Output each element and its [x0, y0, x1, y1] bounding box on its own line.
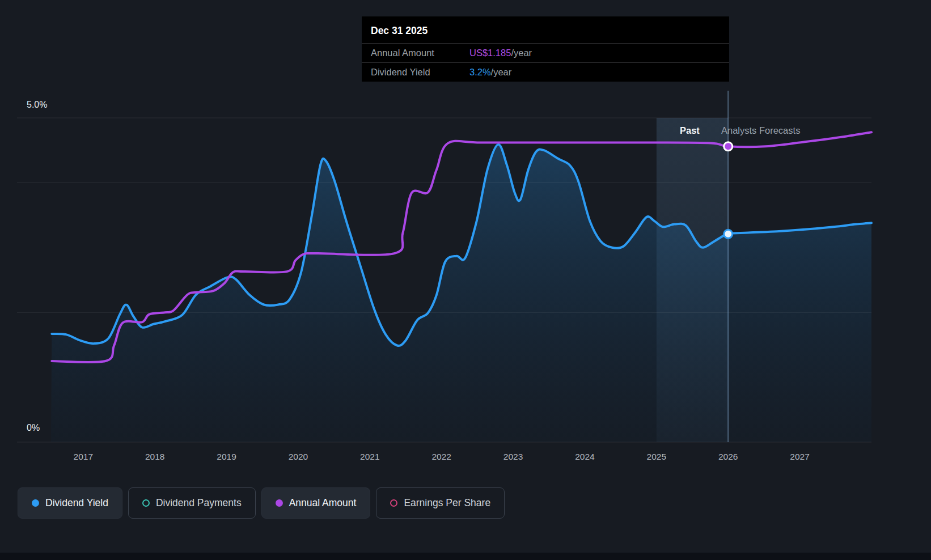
y-axis-label-top: 5.0%: [27, 100, 47, 110]
tooltip-row-annual-amount: Annual Amount US$1.185/year: [362, 44, 729, 63]
tooltip-label-dividend-yield: Dividend Yield: [371, 67, 469, 78]
legend-label: Annual Amount: [289, 497, 357, 509]
dividend-yield-marker: [724, 230, 733, 238]
legend-label: Dividend Payments: [156, 497, 242, 509]
chart-tooltip: Dec 31 2025 Annual Amount US$1.185/year …: [362, 16, 729, 82]
legend: Dividend YieldDividend PaymentsAnnual Am…: [18, 487, 505, 519]
legend-label: Earnings Per Share: [404, 497, 490, 509]
x-axis-label: 2018: [145, 452, 164, 462]
legend-item-dividend-payments[interactable]: Dividend Payments: [128, 487, 256, 519]
x-axis-label: 2022: [431, 452, 451, 462]
annotation-forecast: Analysts Forecasts: [721, 125, 800, 136]
legend-label: Dividend Yield: [45, 497, 108, 509]
hollow-dot-icon: [390, 499, 397, 507]
tooltip-suffix-dividend-yield: /year: [491, 67, 512, 78]
legend-item-earnings-per-share[interactable]: Earnings Per Share: [376, 487, 505, 519]
hollow-dot-icon: [142, 499, 150, 507]
x-axis-label: 2021: [360, 452, 379, 462]
annotation-past: Past: [680, 125, 700, 136]
legend-item-annual-amount[interactable]: Annual Amount: [261, 487, 371, 519]
annual-amount-marker: [724, 142, 733, 151]
tooltip-value-dividend-yield: 3.2%: [469, 67, 491, 78]
x-axis-label: 2027: [790, 452, 809, 462]
tooltip-value-annual-amount: US$1.185: [469, 48, 511, 58]
x-axis-label: 2023: [503, 452, 523, 462]
dividend-yield-area: [51, 145, 871, 442]
y-axis-label-bottom: 0%: [27, 423, 40, 433]
filled-dot-icon: [276, 499, 283, 507]
x-axis-label: 2025: [647, 452, 666, 462]
x-axis-label: 2026: [718, 452, 738, 462]
x-axis-label: 2020: [289, 452, 308, 462]
legend-item-dividend-yield[interactable]: Dividend Yield: [18, 487, 122, 519]
tooltip-row-dividend-yield: Dividend Yield 3.2%/year: [362, 63, 729, 82]
dividend-history-chart-widget: 5.0% 0% 20172018201920202021202220232024…: [0, 0, 931, 560]
tooltip-date: Dec 31 2025: [362, 16, 729, 44]
x-axis-label: 2024: [575, 452, 594, 462]
bottom-strip: [0, 553, 931, 560]
x-axis-label: 2017: [74, 452, 93, 462]
tooltip-suffix-annual-amount: /year: [511, 48, 532, 58]
x-axis-label: 2019: [217, 452, 236, 462]
filled-dot-icon: [32, 499, 39, 507]
tooltip-label-annual-amount: Annual Amount: [371, 48, 469, 58]
